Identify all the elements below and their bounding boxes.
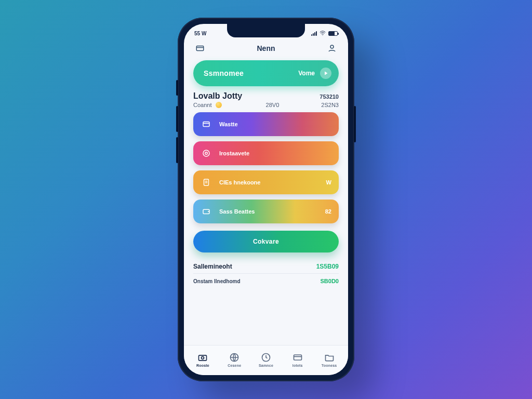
wifi-icon — [320, 30, 326, 36]
card-balances[interactable]: Sass Beattes 82 — [193, 200, 339, 223]
tab-label: Samnce — [259, 364, 273, 367]
card-waste[interactable]: Wastte — [193, 112, 339, 136]
folder-icon — [324, 352, 335, 363]
card-label: Sass Beattes — [219, 208, 255, 215]
statement-sub-label: Onstam llnedhomd — [193, 278, 241, 284]
segment-more-button[interactable] — [320, 68, 331, 79]
play-icon — [323, 70, 329, 76]
compare-button[interactable]: Cokvare — [193, 231, 339, 252]
tab-scan[interactable]: Samnce — [250, 352, 282, 367]
topbar: Nenn — [184, 39, 348, 57]
app-title: Nenn — [257, 44, 275, 52]
category-cards: Wastte Irostaavete CIEs hnekoone W — [184, 112, 348, 223]
svg-rect-7 — [199, 355, 207, 361]
card-label: Irostaavete — [219, 150, 249, 156]
coin-icon — [216, 102, 222, 108]
tab-bar: Rooste Cesene Samnce Iotets Tooness — [184, 345, 348, 375]
card-label: Wastte — [219, 121, 238, 127]
divider — [193, 273, 339, 274]
tab-wallet[interactable]: Iotets — [282, 352, 313, 367]
doc-icon — [201, 177, 212, 188]
statement-section: Sallemineoht 1S5B09 Onstam llnedhomd SB0… — [184, 258, 348, 286]
tab-search[interactable]: Cesene — [219, 352, 250, 367]
tab-more[interactable]: Tooness — [313, 352, 345, 367]
card-trailing: W — [326, 179, 331, 185]
tab-label: Cesene — [228, 364, 241, 367]
signal-icon — [311, 31, 317, 36]
svg-point-4 — [205, 152, 208, 155]
profile-button[interactable] — [325, 42, 339, 55]
status-right — [311, 30, 338, 36]
svg-rect-2 — [203, 122, 209, 127]
svg-rect-11 — [294, 355, 301, 360]
card-label: CIEs hnekoone — [219, 179, 260, 185]
tab-label: Tooness — [322, 364, 337, 367]
compare-label: Cokvare — [253, 238, 279, 245]
loyalty-total: 753210 — [320, 94, 339, 100]
card-icon — [292, 352, 303, 363]
menu-button[interactable] — [193, 42, 207, 55]
segment-summary[interactable]: Ssmnomee — [204, 69, 244, 77]
screen: 55 W Nenn Ssmnomee Vome — [184, 24, 348, 375]
loyalty-title: Lovalb Jotty — [193, 91, 242, 101]
target-icon — [201, 148, 212, 159]
svg-point-3 — [203, 150, 209, 156]
battery-icon — [328, 31, 338, 36]
clock-icon — [261, 352, 271, 363]
phone-frame: 55 W Nenn Ssmnomee Vome — [178, 18, 354, 381]
user-icon — [327, 44, 337, 53]
status-time: 55 W — [194, 31, 206, 36]
card-restaurants[interactable]: Irostaavete — [193, 141, 339, 165]
card-trailing: 82 — [325, 208, 331, 215]
wallet-icon — [201, 206, 212, 217]
svg-point-1 — [330, 45, 334, 48]
segmented-control[interactable]: Ssmnomee Vome — [193, 60, 339, 86]
svg-point-8 — [202, 356, 204, 359]
segment-vome[interactable]: Vome — [298, 70, 315, 77]
tab-label: Iotets — [292, 364, 303, 367]
svg-rect-0 — [196, 46, 204, 51]
statement-heading: Sallemineoht — [193, 263, 232, 270]
statement-amount: 1S5B09 — [316, 263, 339, 270]
loyalty-section: Lovalb Jotty 753210 Coannt 28V0 2S2N3 — [184, 91, 348, 112]
globe-icon — [229, 352, 240, 363]
notch — [227, 24, 305, 37]
tab-home[interactable]: Rooste — [187, 352, 219, 367]
loyalty-mid-value: 28V0 — [266, 102, 280, 108]
tab-label: Rooste — [196, 364, 209, 367]
card-income[interactable]: CIEs hnekoone W — [193, 170, 339, 194]
camera-icon — [197, 352, 208, 363]
statement-sub-amount: SB0D0 — [321, 278, 339, 284]
loyalty-count-label: Coannt — [193, 102, 211, 108]
card-icon — [195, 44, 205, 53]
loyalty-right-value: 2S2N3 — [321, 102, 339, 108]
card-icon — [201, 118, 212, 130]
